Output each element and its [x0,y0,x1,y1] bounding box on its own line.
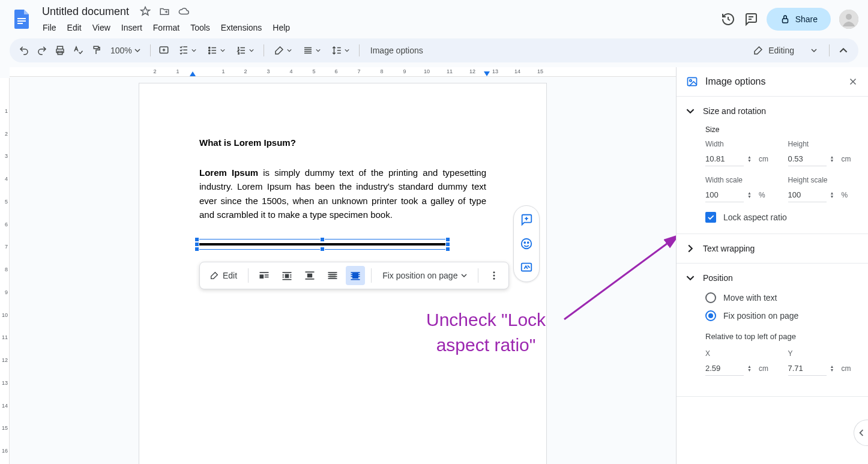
menu-file[interactable]: File [38,20,61,35]
resize-handle[interactable] [445,237,450,242]
undo-button[interactable] [16,42,32,59]
svg-rect-17 [285,274,289,279]
paint-format-button[interactable] [88,42,104,59]
height-stepper[interactable]: ▲▼ [830,155,834,163]
menu-insert[interactable]: Insert [117,20,146,35]
section-header-size-rotation[interactable]: Size and rotation [677,97,868,125]
doc-info: Untitled document File Edit View Insert … [38,4,721,35]
line-spacing-button[interactable] [327,42,354,59]
chevron-down-icon [686,274,695,282]
section-header-text-wrapping[interactable]: Text wrapping [677,234,868,263]
more-options-button[interactable] [484,266,504,285]
move-with-text-radio[interactable] [705,292,716,303]
collapse-toolbar-button[interactable] [834,41,852,59]
page[interactable]: What is Lorem Ipsum? Lorem Ipsum is simp… [139,83,547,464]
wrap-text-button[interactable] [277,266,297,285]
docs-logo[interactable] [10,7,34,31]
y-label: Y [788,349,859,358]
resize-handle[interactable] [445,247,450,252]
svg-rect-19 [290,274,292,276]
width-scale-input[interactable] [705,188,744,202]
section-header-position[interactable]: Position [677,264,868,292]
doc-title[interactable]: Untitled document [38,4,133,19]
ruler-vertical[interactable]: 1 2 3 4 5 6 7 8 9 10 11 12 13 14 15 16 [0,78,10,464]
wrap-behind-button[interactable] [323,266,342,285]
width-scale-label: Width scale [705,176,776,184]
wrap-inline-button[interactable] [255,266,274,285]
fix-position-dropdown[interactable]: Fix position on page [378,271,472,280]
spellcheck-button[interactable] [70,42,86,59]
lock-aspect-ratio-checkbox[interactable] [705,212,716,223]
ruler-horizontal[interactable]: 2 1 1 2 3 4 5 6 7 8 9 10 11 12 13 14 15 [10,67,676,77]
y-stepper[interactable]: ▲▼ [830,365,834,372]
x-stepper[interactable]: ▲▼ [747,365,752,372]
menu-extensions[interactable]: Extensions [217,20,266,35]
height-scale-stepper[interactable]: ▲▼ [830,191,834,199]
svg-rect-35 [351,279,360,280]
fix-position-radio[interactable] [705,310,716,321]
svg-point-37 [493,275,495,277]
menu-view[interactable]: View [88,20,115,35]
image-options-button[interactable]: Image options [364,46,429,55]
width-input[interactable] [705,152,744,166]
resize-handle[interactable] [320,247,325,252]
redo-button[interactable] [34,42,50,59]
cloud-icon[interactable] [178,6,189,17]
comment-icon[interactable] [744,12,758,26]
svg-rect-34 [351,276,360,277]
height-input[interactable] [788,152,827,166]
canvas[interactable]: What is Lorem Ipsum? Lorem Ipsum is simp… [10,77,676,464]
wrap-front-button[interactable] [346,266,365,285]
menu-edit[interactable]: Edit [63,20,86,35]
avatar[interactable] [839,10,858,29]
align-button[interactable] [298,42,325,59]
resize-handle[interactable] [194,242,199,247]
resize-handle[interactable] [445,242,450,247]
bulleted-list-button[interactable] [202,42,230,59]
svg-rect-16 [283,272,292,273]
history-icon[interactable] [721,12,735,26]
add-comment-button[interactable] [155,42,172,59]
menu-tools[interactable]: Tools [186,20,214,35]
wrap-break-button[interactable] [300,266,319,285]
svg-point-44 [690,80,692,82]
star-icon[interactable] [140,6,151,17]
edit-image-button[interactable]: Edit [205,271,242,280]
resize-handle[interactable] [194,247,199,252]
suggest-edits-button[interactable] [516,259,537,277]
print-button[interactable] [52,42,68,59]
svg-rect-1 [17,20,26,22]
width-scale-stepper[interactable]: ▲▼ [747,191,752,199]
svg-rect-43 [688,77,697,85]
svg-point-11 [208,52,209,53]
ruler-indent-left[interactable] [190,71,196,76]
selected-image[interactable] [196,239,448,250]
menu-format[interactable]: Format [149,20,184,35]
emoji-reaction-button[interactable] [516,235,537,253]
svg-rect-23 [306,271,315,273]
image-options-sidebar: Image options Size and rotation Size Wid… [676,67,868,464]
section-size-rotation: Size and rotation Size Width ▲▼ cm Heigh… [677,97,868,234]
close-icon[interactable] [848,76,858,87]
height-scale-input[interactable] [788,188,827,202]
x-input[interactable] [705,361,744,376]
svg-rect-12 [260,272,269,273]
ruler-indent-right[interactable] [484,71,490,76]
zoom-select[interactable]: 100% [106,42,145,59]
add-comment-side-button[interactable] [516,211,537,229]
share-button[interactable]: Share [767,8,831,31]
resize-handle[interactable] [194,237,199,242]
y-input[interactable] [788,361,827,376]
resize-handle[interactable] [320,237,325,242]
svg-rect-28 [328,274,337,276]
menu-help[interactable]: Help [268,20,294,35]
chevron-right-icon [686,244,695,253]
border-color-button[interactable] [269,42,297,59]
checklist-button[interactable] [173,42,201,59]
relative-to-label[interactable]: Relative to top left of page [705,332,858,341]
editing-mode-button[interactable]: Editing [746,45,824,56]
svg-rect-0 [17,18,26,19]
width-stepper[interactable]: ▲▼ [747,155,752,163]
numbered-list-button[interactable] [231,42,259,59]
move-icon[interactable] [159,6,170,17]
